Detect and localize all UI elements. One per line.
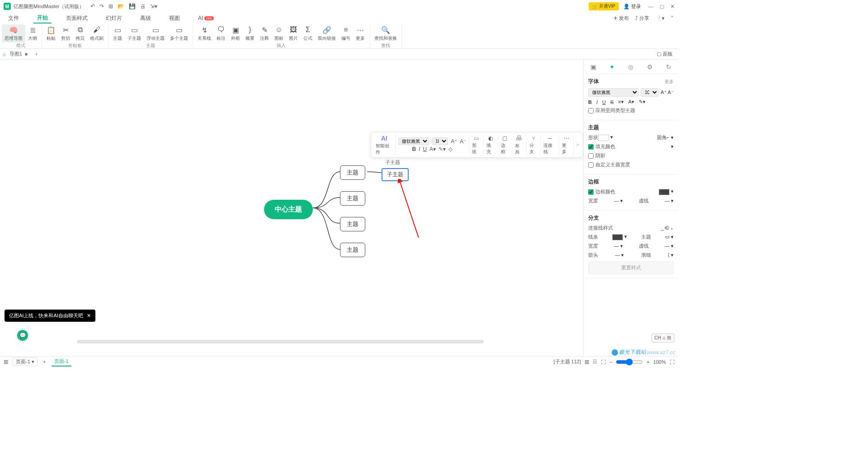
zoom-out-icon[interactable]: −: [609, 359, 612, 365]
fullscreen-icon[interactable]: ⛶: [670, 359, 675, 365]
apply-same-type-checkbox[interactable]: [588, 108, 594, 113]
view-mode-2-icon[interactable]: ☷: [593, 359, 597, 365]
shape-select[interactable]: [598, 135, 609, 141]
boundary-button[interactable]: ▣外框: [228, 24, 243, 42]
topic-node[interactable]: 主题: [340, 165, 365, 180]
decrease-font-icon[interactable]: A⁻: [460, 138, 466, 145]
open-icon[interactable]: 📂: [118, 3, 124, 9]
page-list-icon[interactable]: ▥: [4, 359, 8, 365]
export-icon[interactable]: ⇲▾: [150, 3, 157, 9]
ai-create[interactable]: AI 智能创作: [373, 135, 396, 155]
increase-font-icon[interactable]: A⁺: [451, 138, 457, 145]
italic-icon[interactable]: I: [419, 146, 420, 152]
menu-ai[interactable]: AIHot: [194, 14, 217, 22]
branch-arrow-select[interactable]: — ▾: [615, 252, 624, 258]
help-icon[interactable]: ❔▾: [656, 15, 665, 21]
panel-toggle[interactable]: ▢ 面板: [654, 51, 675, 57]
font-more[interactable]: 更多: [665, 79, 674, 85]
ft-fill[interactable]: ◐填充: [484, 135, 498, 155]
menu-slideshow[interactable]: 幻灯片: [102, 14, 126, 23]
formula-button[interactable]: Σ公式: [301, 24, 315, 42]
ai-chat-bubble[interactable]: 💬: [17, 330, 28, 341]
image-button[interactable]: 🖼图片: [286, 24, 301, 42]
toast-close-icon[interactable]: ✕: [87, 313, 91, 319]
underline-icon[interactable]: U: [423, 146, 427, 152]
menu-file[interactable]: 文件: [5, 14, 23, 23]
fill-color-picker[interactable]: ▾: [671, 144, 674, 150]
branch-taper-select[interactable]: ⟨ ▾: [668, 252, 674, 258]
minimize-icon[interactable]: —: [648, 4, 653, 9]
border-color-picker[interactable]: [659, 189, 670, 195]
subtopic-button[interactable]: ▭子主题: [125, 24, 144, 42]
hyperlink-button[interactable]: 🔗双向链接: [315, 24, 339, 42]
connector-style-select[interactable]: ⎯⋲ ▾: [661, 225, 674, 231]
panel-tab-map-icon[interactable]: ◎: [628, 63, 633, 70]
add-page-button[interactable]: ＋: [42, 358, 47, 365]
mode-outline[interactable]: ≣大纲: [25, 24, 40, 42]
topic-node[interactable]: 主题: [340, 217, 365, 231]
panel-align-icon[interactable]: ≡▾: [618, 99, 623, 105]
border-color-checkbox[interactable]: [588, 189, 594, 195]
clear-format-icon[interactable]: ◇: [448, 146, 453, 152]
login-button[interactable]: 👤 登录: [623, 3, 641, 10]
ft-more[interactable]: ⋯更多: [559, 135, 574, 155]
multiple-topic-button[interactable]: ▭多个主题: [167, 24, 191, 42]
panel-highlight-icon[interactable]: ✎▾: [639, 99, 646, 105]
find-replace-button[interactable]: 🔍查找和替换: [372, 24, 400, 42]
reset-style-button[interactable]: 重置样式: [588, 261, 674, 274]
note-button[interactable]: ✎注释: [257, 24, 272, 42]
custom-width-checkbox[interactable]: [588, 162, 594, 168]
topic-node[interactable]: 主题: [340, 191, 365, 206]
shadow-checkbox[interactable]: [588, 153, 594, 159]
vip-button[interactable]: 🛒 开通VIP: [589, 2, 619, 10]
branch-width-select[interactable]: — ▾: [614, 243, 623, 249]
pin-icon[interactable]: ⇗: [574, 142, 581, 147]
font-family-select[interactable]: 微软雅黑: [398, 137, 429, 145]
paste-button[interactable]: 📋粘贴: [44, 24, 58, 42]
panel-font-family[interactable]: 微软雅黑: [588, 88, 639, 97]
horizontal-scrollbar[interactable]: [77, 340, 583, 343]
zoom-slider[interactable]: [616, 358, 643, 366]
panel-font-dec-icon[interactable]: A⁻: [668, 89, 674, 95]
border-dash-select[interactable]: — ▾: [665, 198, 674, 204]
panel-tab-style-icon[interactable]: ▣: [590, 63, 596, 70]
panel-font-color-icon[interactable]: A▾: [628, 99, 634, 105]
document-tab[interactable]: 导图1: [6, 51, 31, 57]
numbering-button[interactable]: ≡编号: [339, 24, 353, 42]
font-size-select[interactable]: 10: [432, 137, 448, 145]
menu-advanced[interactable]: 高级: [137, 14, 155, 23]
view-mode-1-icon[interactable]: ▥: [585, 359, 589, 365]
ft-branch[interactable]: ⑂分支: [527, 135, 541, 155]
menu-view[interactable]: 视图: [165, 14, 184, 23]
insert-more-button[interactable]: ⋯更多: [353, 24, 368, 42]
ft-border[interactable]: ▢边框: [498, 135, 513, 155]
branch-line-color[interactable]: [612, 234, 623, 240]
branch-dash-select[interactable]: — ▾: [665, 243, 674, 249]
new-tab-button[interactable]: ＋: [34, 51, 39, 57]
panel-tab-format-icon[interactable]: ✦: [609, 63, 615, 70]
zoom-in-icon[interactable]: +: [646, 359, 649, 365]
fill-color-checkbox[interactable]: [588, 144, 594, 150]
panel-strike-icon[interactable]: S: [610, 99, 613, 105]
font-color-icon[interactable]: A▾: [429, 146, 436, 152]
panel-tab-theme-icon[interactable]: ⚙: [647, 63, 653, 70]
cut-button[interactable]: ✂剪切: [58, 24, 73, 42]
doc-home-icon[interactable]: ⌂: [3, 52, 6, 57]
border-width-select[interactable]: — ▾: [614, 198, 623, 204]
undo-icon[interactable]: ↶: [90, 3, 95, 9]
panel-font-size[interactable]: 10: [641, 88, 659, 97]
ft-shape[interactable]: ▭形状: [469, 135, 484, 155]
panel-underline-icon[interactable]: U: [602, 99, 606, 105]
ft-layout[interactable]: 品布局: [512, 134, 527, 155]
icon-button[interactable]: ☺图标: [272, 24, 286, 42]
mode-mindmap[interactable]: 🧠思维导图: [2, 24, 25, 42]
format-painter-button[interactable]: 🖌格式刷: [87, 24, 106, 42]
copy-button[interactable]: ⧉拷贝: [73, 24, 87, 42]
maximize-icon[interactable]: ▢: [660, 4, 664, 9]
panel-italic-icon[interactable]: I: [596, 99, 598, 105]
panel-tab-history-icon[interactable]: ↻: [666, 63, 671, 70]
corner-select[interactable]: ⌐ ▾: [667, 135, 674, 141]
branch-theme-select[interactable]: ▭ ▾: [665, 234, 674, 240]
share-button[interactable]: ⤴ 分享: [635, 15, 649, 22]
redo-icon[interactable]: ↷: [99, 3, 104, 9]
